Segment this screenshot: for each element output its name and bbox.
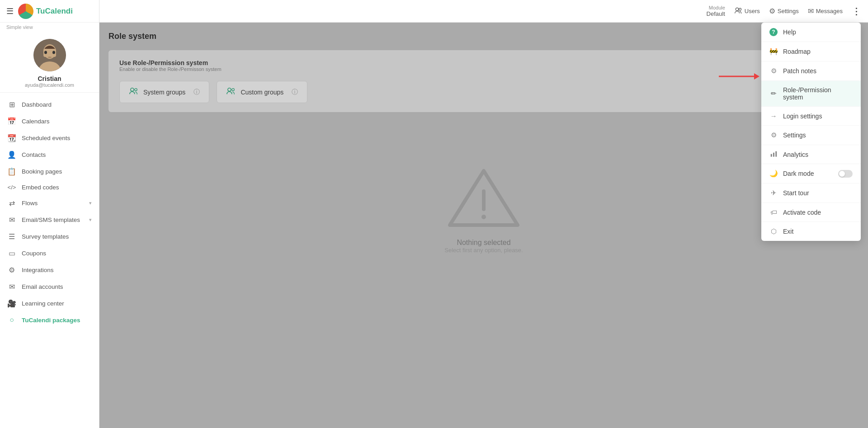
- sidebar-item-dashboard[interactable]: ⊞ Dashboard: [0, 96, 99, 113]
- svg-point-8: [739, 8, 741, 10]
- settings-button[interactable]: ⚙ Settings: [769, 7, 799, 15]
- dropdown-item-label: Role-/Permission system: [783, 86, 853, 101]
- svg-marker-17: [754, 73, 760, 80]
- help-icon: ?: [769, 28, 778, 36]
- sidebar-item-email-accounts[interactable]: ✉ Email accounts: [0, 278, 99, 295]
- role-permission-icon: ✏: [769, 89, 778, 98]
- chevron-down-icon: ▾: [89, 200, 92, 206]
- app-name: TuCalendi: [36, 7, 73, 16]
- sidebar-item-flows[interactable]: ⇄ Flows ▾: [0, 195, 99, 212]
- sidebar-item-label: Integrations: [22, 267, 92, 273]
- hamburger-icon[interactable]: ☰: [6, 6, 14, 16]
- dropdown-item-role-permission[interactable]: ✏ Role-/Permission system: [761, 81, 861, 107]
- dropdown-item-patch-notes[interactable]: ⚙ Patch notes: [761, 61, 861, 81]
- svg-rect-19: [773, 153, 774, 157]
- sidebar-item-embed-codes[interactable]: </> Embed codes: [0, 180, 99, 195]
- overlay: [99, 23, 868, 428]
- start-tour-icon: ✈: [769, 189, 778, 197]
- packages-icon: ○: [7, 316, 16, 324]
- module-label: Module: [709, 5, 725, 10]
- sidebar-item-scheduled-events[interactable]: 📆 Scheduled events: [0, 130, 99, 146]
- svg-rect-18: [770, 154, 772, 157]
- svg-rect-20: [775, 151, 777, 157]
- sidebar-item-survey-templates[interactable]: ☰ Survey templates: [0, 228, 99, 245]
- booking-pages-icon: 📋: [7, 167, 16, 176]
- dropdown-item-label: Help: [783, 28, 853, 36]
- users-label: Users: [745, 8, 760, 14]
- sidebar-item-label: Email/SMS templates: [22, 216, 84, 223]
- calendars-icon: 📅: [7, 117, 16, 126]
- patch-notes-icon: ⚙: [769, 67, 778, 75]
- activate-code-icon: 🏷: [769, 208, 778, 216]
- users-icon: [734, 7, 742, 16]
- dropdown-item-label: Start tour: [783, 189, 853, 197]
- sidebar-item-contacts[interactable]: 👤 Contacts: [0, 146, 99, 163]
- module-selector[interactable]: Module Default: [707, 5, 725, 17]
- dropdown-item-label: Patch notes: [783, 67, 853, 75]
- dropdown-item-label: Settings: [783, 132, 853, 139]
- sidebar-item-email-sms-templates[interactable]: ✉ Email/SMS templates ▾: [0, 212, 99, 228]
- sidebar-item-integrations[interactable]: ⚙ Integrations: [0, 262, 99, 278]
- sidebar-item-label: Dashboard: [22, 101, 92, 108]
- svg-point-7: [736, 8, 739, 11]
- settings-menu-icon: ⚙: [769, 131, 778, 139]
- dropdown-menu: ? Help 🚧 Roadmap ⚙ Patch notes ✏ Role-/P…: [761, 23, 861, 241]
- topbar: Module Default Users ⚙ Settings ✉ Messag…: [99, 0, 868, 23]
- sidebar-item-label: Calendars: [22, 118, 92, 125]
- dropdown-item-help[interactable]: ? Help: [761, 23, 861, 42]
- logo-wrapper: TuCalendi: [18, 4, 73, 19]
- scheduled-events-icon: 📆: [7, 134, 16, 142]
- sidebar-item-coupons[interactable]: ▭ Coupons: [0, 245, 99, 262]
- settings-icon: ⚙: [769, 7, 775, 15]
- messages-label: Messages: [816, 8, 843, 14]
- sidebar-item-label: Learning center: [22, 300, 92, 307]
- roadmap-icon: 🚧: [769, 47, 778, 56]
- more-menu-button[interactable]: ⋮: [852, 6, 861, 17]
- sidebar: ☰ TuCalendi Simple view Cristian ayuda@t…: [0, 0, 99, 428]
- dropdown-item-exit[interactable]: ⬡ Exit: [761, 222, 861, 241]
- settings-label: Settings: [778, 8, 799, 14]
- analytics-icon: [769, 151, 778, 158]
- nav-list: ⊞ Dashboard 📅 Calendars 📆 Scheduled even…: [0, 93, 99, 428]
- sidebar-item-label: Flows: [22, 200, 84, 207]
- svg-point-5: [44, 51, 47, 54]
- dashboard-icon: ⊞: [7, 100, 16, 109]
- dropdown-item-roadmap[interactable]: 🚧 Roadmap: [761, 42, 861, 61]
- module-value: Default: [707, 10, 725, 17]
- dropdown-item-dark-mode[interactable]: 🌙 Dark mode: [761, 164, 861, 183]
- dropdown-item-label: Activate code: [783, 209, 853, 216]
- dropdown-item-activate-code[interactable]: 🏷 Activate code: [761, 203, 861, 222]
- dropdown-item-login-settings[interactable]: → Login settings: [761, 107, 861, 126]
- exit-icon: ⬡: [769, 227, 778, 235]
- dropdown-item-start-tour[interactable]: ✈ Start tour: [761, 183, 861, 203]
- dropdown-item-label: Exit: [783, 228, 853, 235]
- contacts-icon: 👤: [7, 151, 16, 159]
- user-section: Cristian ayuda@tucalendi.com: [0, 33, 99, 93]
- email-accounts-icon: ✉: [7, 282, 16, 291]
- coupons-icon: ▭: [7, 249, 16, 258]
- user-email: ayuda@tucalendi.com: [25, 82, 74, 88]
- dropdown-item-analytics[interactable]: Analytics: [761, 145, 861, 164]
- dropdown-item-label: Dark mode: [783, 170, 833, 177]
- sidebar-item-label: Embed codes: [22, 184, 92, 191]
- integrations-icon: ⚙: [7, 266, 16, 274]
- sidebar-item-tucalendi-packages[interactable]: ○ TuCalendi packages: [0, 312, 99, 328]
- login-settings-icon: →: [769, 112, 778, 120]
- dropdown-item-label: Analytics: [783, 151, 853, 158]
- dropdown-item-label: Login settings: [783, 113, 853, 120]
- logo-icon: [18, 4, 33, 19]
- survey-icon: ☰: [7, 232, 16, 241]
- sidebar-item-calendars[interactable]: 📅 Calendars: [0, 113, 99, 130]
- sidebar-item-label: Coupons: [22, 250, 92, 257]
- sidebar-item-label: Booking pages: [22, 168, 92, 175]
- messages-button[interactable]: ✉ Messages: [808, 7, 843, 15]
- users-button[interactable]: Users: [734, 7, 760, 16]
- sidebar-item-learning-center[interactable]: 🎥 Learning center: [0, 295, 99, 312]
- chevron-down-icon: ▾: [89, 217, 92, 223]
- sidebar-header: ☰ TuCalendi: [0, 0, 99, 23]
- dark-mode-toggle[interactable]: [838, 170, 853, 178]
- dark-mode-icon: 🌙: [769, 169, 778, 178]
- sidebar-item-booking-pages[interactable]: 📋 Booking pages: [0, 163, 99, 180]
- dropdown-item-settings[interactable]: ⚙ Settings: [761, 126, 861, 145]
- embed-codes-icon: </>: [7, 184, 16, 191]
